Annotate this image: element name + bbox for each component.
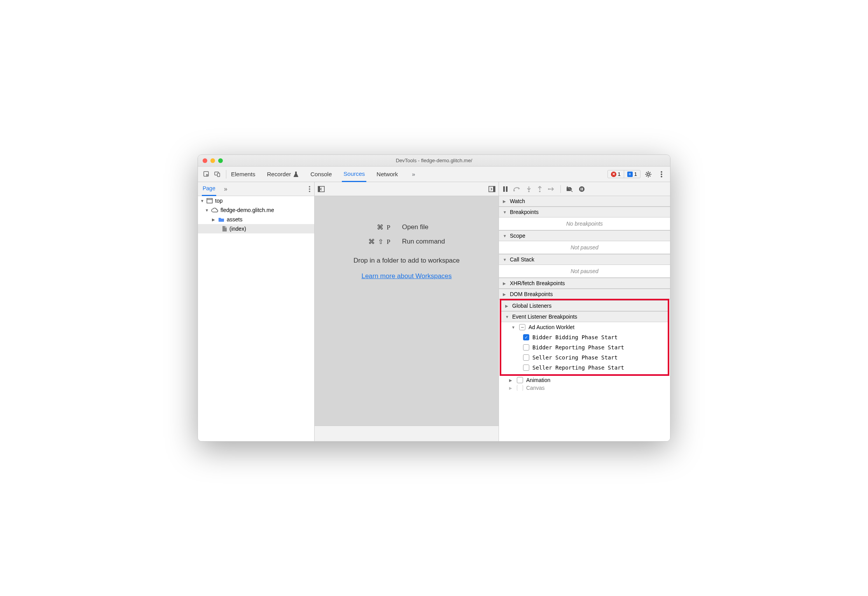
page-subtab[interactable]: Page [202, 182, 216, 196]
tab-sources[interactable]: Sources [342, 167, 366, 182]
svg-rect-2 [217, 173, 220, 177]
tree-file-index[interactable]: (index) [198, 224, 314, 233]
run-command-label: Run command [402, 238, 445, 246]
editor-placeholder: ⌘ P Open file ⌘ ⇧ P Run command Drop in … [315, 196, 499, 441]
checkbox-empty-icon[interactable] [523, 354, 529, 361]
tab-recorder[interactable]: Recorder [266, 167, 301, 181]
event-bidder-reporting[interactable]: Bidder Reporting Phase Start [501, 342, 668, 352]
tree-origin[interactable]: ▼ fledge-demo.glitch.me [198, 205, 314, 215]
section-breakpoints[interactable]: ▼Breakpoints [499, 207, 670, 217]
svg-rect-11 [318, 186, 320, 192]
step-icon[interactable] [548, 187, 555, 191]
learn-workspaces-link[interactable]: Learn more about Workspaces [361, 272, 452, 280]
svg-point-19 [548, 188, 550, 190]
checkbox-checked-icon[interactable]: ✓ [523, 334, 529, 340]
svg-point-5 [661, 174, 662, 175]
window-title: DevTools - fledge-demo.glitch.me/ [198, 158, 670, 163]
breakpoints-empty: No breakpoints [499, 217, 670, 230]
svg-point-17 [528, 191, 530, 192]
svg-point-9 [309, 191, 310, 192]
svg-point-8 [309, 188, 310, 190]
scope-empty: Not paused [499, 241, 670, 254]
checkbox-empty-icon[interactable] [517, 385, 523, 391]
tab-elements[interactable]: Elements [229, 167, 257, 181]
svg-rect-14 [503, 186, 505, 192]
section-dom[interactable]: ▶DOM Breakpoints [499, 289, 670, 300]
frame-icon [206, 198, 213, 203]
toggle-debugger-icon[interactable] [488, 186, 495, 192]
event-bidder-bidding[interactable]: ✓ Bidder Bidding Phase Start [501, 332, 668, 342]
svg-rect-15 [506, 186, 508, 192]
svg-point-6 [661, 176, 662, 177]
titlebar: DevTools - fledge-demo.glitch.me/ [198, 155, 670, 167]
callstack-empty: Not paused [499, 265, 670, 278]
svg-point-16 [513, 190, 515, 191]
error-icon: ✕ [611, 172, 616, 177]
more-subtabs-button[interactable]: » [220, 186, 231, 193]
debugger-sidebar: ▶Watch ▼Breakpoints No breakpoints ▼Scop… [499, 196, 670, 441]
inspect-element-icon[interactable] [201, 169, 212, 180]
svg-rect-23 [581, 188, 581, 190]
drop-folder-hint: Drop in a folder to add to workspace [354, 257, 460, 265]
checkbox-mixed-icon[interactable]: − [519, 324, 525, 330]
cloud-icon [211, 208, 218, 212]
checkbox-empty-icon[interactable] [517, 377, 523, 383]
deactivate-breakpoints-icon[interactable] [566, 186, 573, 192]
flask-icon [293, 171, 299, 177]
message-count-badge[interactable]: ≡ 1 [624, 170, 640, 178]
step-over-icon[interactable] [513, 186, 521, 192]
event-seller-reporting[interactable]: Seller Reporting Phase Start [501, 363, 668, 373]
kebab-menu-icon[interactable] [656, 169, 667, 180]
folder-icon [218, 217, 224, 222]
main-toolbar: Elements Recorder Console Sources Networ… [198, 167, 670, 182]
tree-top[interactable]: ▼ top [198, 196, 314, 205]
file-icon [222, 226, 227, 232]
devtools-window: DevTools - fledge-demo.glitch.me/ Elemen… [198, 154, 670, 442]
event-seller-scoring[interactable]: Seller Scoring Phase Start [501, 352, 668, 363]
settings-icon[interactable] [643, 169, 654, 180]
checkbox-empty-icon[interactable] [523, 344, 529, 351]
more-tabs-button[interactable]: » [408, 171, 419, 177]
work-area: ▼ top ▼ fledge-demo.glitch.me ▶ assets (… [198, 196, 670, 441]
tree-origin-label: fledge-demo.glitch.me [220, 207, 274, 213]
event-category-ad-auction[interactable]: ▼ − Ad Auction Worklet [501, 322, 668, 332]
svg-point-3 [647, 173, 649, 175]
highlight-annotation: ▶Global Listeners ▼Event Listener Breakp… [500, 299, 669, 376]
page-kebab-icon[interactable] [309, 186, 310, 192]
pause-icon[interactable] [503, 186, 508, 192]
section-scope[interactable]: ▼Scope [499, 230, 670, 241]
svg-point-18 [539, 191, 541, 192]
issue-badges: ✕ 1 ≡ 1 [607, 170, 640, 178]
sources-subbar: Page » [198, 182, 670, 196]
svg-point-22 [579, 186, 584, 192]
section-global-listeners[interactable]: ▶Global Listeners [501, 300, 668, 311]
tab-console[interactable]: Console [309, 167, 333, 181]
pause-on-exceptions-icon[interactable] [579, 186, 585, 192]
step-out-icon[interactable] [537, 186, 542, 192]
step-into-icon[interactable] [526, 186, 532, 192]
svg-rect-24 [582, 188, 583, 190]
editor-footer [315, 426, 499, 441]
section-callstack[interactable]: ▼Call Stack [499, 254, 670, 265]
svg-rect-13 [493, 186, 495, 192]
message-icon: ≡ [627, 172, 633, 177]
device-toggle-icon[interactable] [212, 169, 223, 180]
section-xhr[interactable]: ▶XHR/fetch Breakpoints [499, 278, 670, 289]
event-category-animation[interactable]: ▶ Animation [499, 375, 670, 385]
tree-folder-assets[interactable]: ▶ assets [198, 215, 314, 224]
tree-file-label: (index) [229, 226, 246, 232]
section-watch[interactable]: ▶Watch [499, 196, 670, 207]
tree-folder-label: assets [227, 216, 242, 223]
svg-point-4 [661, 171, 662, 173]
svg-rect-25 [207, 198, 212, 203]
open-file-label: Open file [402, 223, 445, 231]
toggle-navigator-icon[interactable] [318, 186, 325, 192]
checkbox-empty-icon[interactable] [523, 365, 529, 371]
svg-point-7 [309, 186, 310, 188]
error-count-badge[interactable]: ✕ 1 [608, 170, 624, 178]
main-tabs: Elements Recorder Console Sources Networ… [229, 167, 607, 182]
event-category-canvas[interactable]: ▶ Canvas [499, 385, 670, 391]
run-command-shortcut: ⌘ ⇧ P [368, 238, 391, 246]
tab-network[interactable]: Network [375, 167, 399, 181]
section-event-listener-breakpoints[interactable]: ▼Event Listener Breakpoints [501, 311, 668, 322]
